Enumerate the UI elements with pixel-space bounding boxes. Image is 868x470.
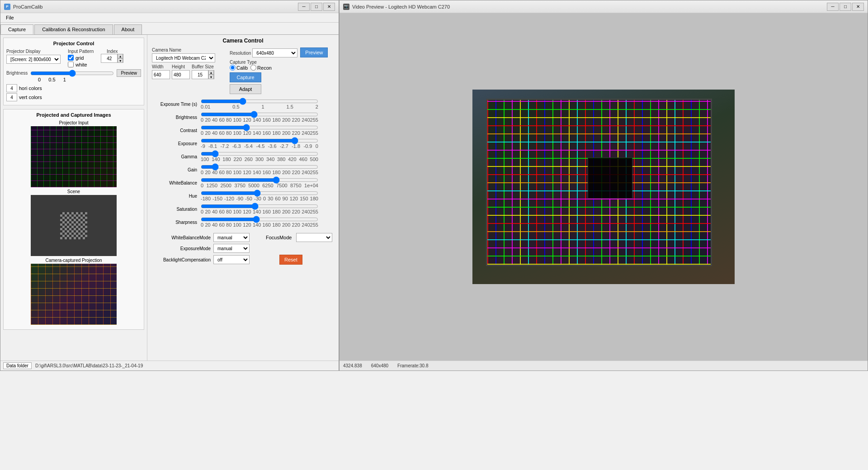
slider-label-hue: Hue <box>152 194 197 199</box>
slider-label-sharpness: Sharpness <box>152 220 197 225</box>
exposure-slider[interactable] <box>201 138 318 143</box>
left-panel: Projector Control Projector Display [Scr… <box>0 35 147 361</box>
scene-label: Scene <box>6 189 141 194</box>
slider-label-saturation: Saturation <box>152 207 197 212</box>
preview-status-bar: 4324.838 640x480 Framerate:30.8 <box>340 361 868 370</box>
cam-name-section: Camera Name Logitech HD Webcam C270 <box>152 47 215 62</box>
resolution-dropdown[interactable]: 640x480 <box>252 48 297 57</box>
backlight-dropdown[interactable]: off <box>213 255 250 264</box>
slider-col-brightness: 020406080100120140160180200220240255 <box>201 112 334 123</box>
camera-name-row: Camera Name Logitech HD Webcam C270 <box>152 47 215 62</box>
maximize-button[interactable]: □ <box>311 3 322 11</box>
minimize-button[interactable]: ─ <box>298 3 310 11</box>
app-title: ProCamCalib <box>13 4 42 9</box>
projector-preview-button[interactable]: Preview <box>117 69 141 77</box>
tab-calibration[interactable]: Calibration & Reconstruction <box>34 24 113 34</box>
buffer-value: 15 <box>192 72 208 77</box>
preview-area <box>340 13 868 361</box>
wb-mode-dropdown[interactable]: manual <box>213 233 250 242</box>
preview-close-button[interactable]: ✕ <box>852 3 864 11</box>
width-input[interactable] <box>152 70 170 79</box>
images-title: Projected and Captured Images <box>6 112 141 118</box>
wb-mode-row: WhiteBalanceMode manual FocusMode <box>152 233 334 242</box>
tab-about[interactable]: About <box>114 24 142 34</box>
tab-capture[interactable]: Capture <box>0 24 33 34</box>
brightness-row: Brightness Preview <box>6 69 141 77</box>
preview-maximize-button[interactable]: □ <box>840 3 851 11</box>
slider-label-gamma: Gamma <box>152 154 197 159</box>
hue-slider[interactable] <box>201 190 318 196</box>
video-preview-window: 📷 Video Preview - Logitech HD Webcam C27… <box>339 0 868 371</box>
close-button[interactable]: ✕ <box>323 3 335 11</box>
preview-button[interactable]: Preview <box>300 47 328 57</box>
scene-image <box>31 195 117 256</box>
data-folder-button[interactable]: Data folder <box>3 362 32 369</box>
index-label: Index <box>107 49 118 54</box>
buffer-up-button[interactable]: ▲ <box>208 70 214 75</box>
preview-resolution: 640x480 <box>371 363 388 368</box>
brightness-label: Brightness <box>6 71 28 76</box>
camera-name-dropdown[interactable]: Logitech HD Webcam C270 <box>152 53 215 62</box>
slider-col-exposure-time: 0.010.511.52 <box>201 99 334 109</box>
saturation-slider[interactable] <box>201 204 318 209</box>
slider-row-exposure: Exposure -9-8.1-7.2-6.3-5.4-4.5-3.6-2.7-… <box>152 138 334 149</box>
focus-mode-label: FocusMode <box>266 235 292 240</box>
brightness-slider[interactable] <box>30 71 114 76</box>
projector-display-dropdown[interactable]: [Screen: 2] 800x600 <box>6 55 61 64</box>
camera-control-title: Camera Control <box>152 38 334 44</box>
slider-label-gain: Gain <box>152 167 197 172</box>
exposure-time-slider[interactable] <box>201 99 318 104</box>
slider-col-sharpness: 020406080100120140160180200220240255 <box>201 217 334 228</box>
gain-slider[interactable] <box>201 164 318 170</box>
window-controls: ─ □ ✕ <box>298 3 335 11</box>
capture-button[interactable]: Capture <box>230 72 261 82</box>
camera-control-panel: Camera Control Camera Name Logitech HD W… <box>147 35 339 361</box>
contrast-slider[interactable] <box>201 125 318 130</box>
focus-mode-dropdown[interactable] <box>296 233 332 242</box>
sharpness-slider[interactable] <box>201 217 318 222</box>
sharpness-ticks: 020406080100120140160180200220240255 <box>201 222 318 228</box>
exposure-mode-dropdown[interactable]: manual <box>213 244 250 253</box>
recon-radio[interactable] <box>250 65 256 71</box>
preview-window-controls: ─ □ ✕ <box>827 3 864 11</box>
hori-colors-row: hori colors <box>6 84 141 92</box>
whitebalance-slider[interactable] <box>201 177 318 183</box>
preview-minimize-button[interactable]: ─ <box>827 3 839 11</box>
index-down-button[interactable]: ▼ <box>118 58 123 63</box>
brightness-slider[interactable] <box>201 112 318 117</box>
slider-row-saturation: Saturation 02040608010012014016018020022… <box>152 204 334 214</box>
recon-radio-label[interactable]: Recon <box>250 65 272 71</box>
hori-colors-input[interactable] <box>6 84 17 92</box>
gamma-slider[interactable] <box>201 151 318 157</box>
reset-button[interactable]: Reset <box>279 255 302 265</box>
slider-label-brightness: Brightness <box>152 115 197 120</box>
exposure-time-ticks: 0.010.511.52 <box>201 104 318 109</box>
calib-radio-label[interactable]: Calib <box>230 65 248 71</box>
resolution-section: Resolution 640x480 Preview <box>230 47 328 57</box>
white-checkbox[interactable] <box>68 62 74 67</box>
index-up-button[interactable]: ▲ <box>118 54 123 58</box>
white-label: white <box>75 62 87 67</box>
display-label: Projector Display <box>6 49 61 54</box>
checkerboard <box>60 212 87 239</box>
buffer-down-button[interactable]: ▼ <box>208 75 214 79</box>
projector-control-section: Projector Control Projector Display [Scr… <box>3 38 144 105</box>
slider-col-saturation: 020406080100120140160180200220240255 <box>201 204 334 214</box>
calib-radio[interactable] <box>230 65 236 71</box>
slider-row-gamma: Gamma 100140180220260300340380420460500 <box>152 151 334 162</box>
preview-title-bar: 📷 Video Preview - Logitech HD Webcam C27… <box>340 0 868 13</box>
slider-label-exposure-time: Exposure Time (s) <box>152 102 197 107</box>
menu-bar: File <box>0 13 339 23</box>
slider-row-whitebalance: WhiteBalance 012502500375050006250750087… <box>152 177 334 188</box>
saturation-ticks: 020406080100120140160180200220240255 <box>201 209 318 214</box>
slider-row-contrast: Contrast 0204060801001201401601802002202… <box>152 125 334 136</box>
file-menu[interactable]: File <box>2 14 18 21</box>
vert-colors-input[interactable] <box>6 93 17 101</box>
adapt-button[interactable]: Adapt <box>230 84 261 94</box>
capture-type-row: Capture Type Calib Recon <box>230 59 328 71</box>
app-icon: P <box>4 4 10 10</box>
buffer-col: Buffer Size 15 ▲ ▼ <box>192 64 214 79</box>
height-input[interactable] <box>172 70 190 79</box>
grid-checkbox[interactable] <box>68 55 74 61</box>
preview-title: Video Preview - Logitech HD Webcam C270 <box>352 4 450 9</box>
